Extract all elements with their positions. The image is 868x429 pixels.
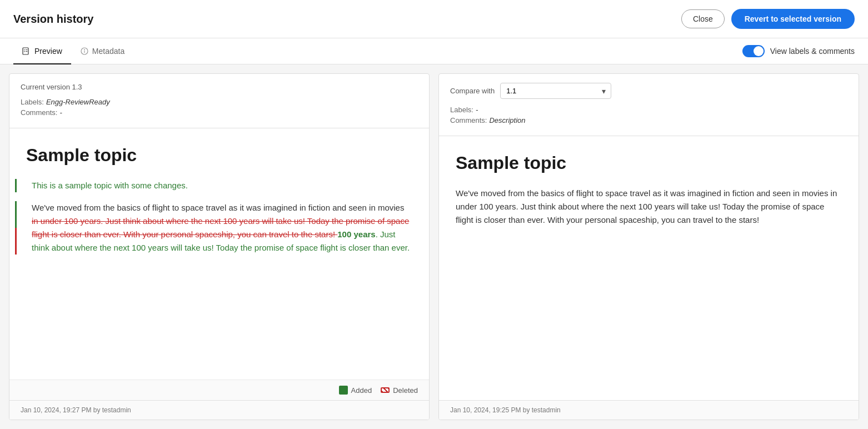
right-panel-comments-row: Comments: Description bbox=[450, 116, 847, 124]
svg-rect-1 bbox=[24, 49, 25, 51]
right-labels-label: Labels: bbox=[450, 106, 473, 114]
header-actions: Close Revert to selected version bbox=[681, 9, 855, 29]
added-bar-indicator bbox=[15, 179, 17, 192]
legend-deleted: Deleted bbox=[381, 386, 418, 395]
right-comments-value: Description bbox=[489, 116, 525, 124]
added-bold-text: 100 years bbox=[337, 230, 375, 239]
tabs-list: Preview Metadata bbox=[13, 38, 133, 64]
left-doc-content: Sample topic This is a sample topic with… bbox=[9, 128, 429, 380]
left-paragraph-added: This is a sample topic with some changes… bbox=[26, 179, 412, 192]
compare-with-label: Compare with bbox=[450, 87, 495, 95]
header: Version history Close Revert to selected… bbox=[0, 0, 868, 38]
right-comments-label: Comments: bbox=[450, 116, 487, 124]
right-panel-labels-row: Labels: - bbox=[450, 106, 847, 114]
left-panel-version: Current version 1.3 bbox=[21, 83, 418, 91]
view-labels-toggle[interactable] bbox=[742, 45, 765, 57]
tab-metadata-label: Metadata bbox=[92, 47, 124, 56]
right-timestamp: Jan 10, 2024, 19:25 PM by testadmin bbox=[450, 406, 561, 414]
page-title: Version history bbox=[13, 13, 94, 26]
deleted-bar-mixed bbox=[15, 228, 17, 255]
left-panel-labels-row: Labels: Engg-ReviewReady bbox=[21, 98, 418, 106]
main-content: Current version 1.3 Labels: Engg-ReviewR… bbox=[0, 64, 868, 429]
left-comments-label: Comments: bbox=[21, 108, 57, 117]
preview-icon bbox=[22, 47, 31, 56]
close-button[interactable]: Close bbox=[681, 9, 725, 28]
right-doc-title: Sample topic bbox=[456, 153, 842, 173]
added-text: This is a sample topic with some changes… bbox=[32, 181, 188, 190]
svg-rect-0 bbox=[23, 48, 28, 54]
legend-added: Added bbox=[339, 386, 372, 395]
left-doc-title: Sample topic bbox=[26, 145, 412, 166]
right-paragraph: We've moved from the basics of flight to… bbox=[456, 187, 842, 227]
compare-with-row: Compare with 1.1 1.2 1.0 bbox=[450, 83, 847, 99]
tab-metadata[interactable]: Metadata bbox=[71, 39, 133, 64]
revert-button[interactable]: Revert to selected version bbox=[731, 9, 855, 29]
legend-added-icon bbox=[339, 386, 348, 395]
left-timestamp: Jan 10, 2024, 19:27 PM by testadmin bbox=[21, 406, 131, 414]
right-doc-content: Sample topic We've moved from the basics… bbox=[439, 136, 859, 400]
right-panel-meta: Compare with 1.1 1.2 1.0 Labels: - Comme… bbox=[439, 74, 859, 136]
view-labels-toggle-area: View labels & comments bbox=[742, 45, 855, 57]
left-labels-label: Labels: bbox=[21, 98, 44, 106]
compare-version-select-wrapper: 1.1 1.2 1.0 bbox=[500, 83, 611, 99]
right-panel-footer: Jan 10, 2024, 19:25 PM by testadmin bbox=[439, 400, 859, 420]
svg-point-6 bbox=[84, 49, 85, 51]
legend: Added Deleted bbox=[9, 380, 429, 400]
tab-preview[interactable]: Preview bbox=[13, 39, 71, 64]
tab-preview-label: Preview bbox=[34, 47, 62, 56]
left-panel: Current version 1.3 Labels: Engg-ReviewR… bbox=[9, 73, 430, 420]
right-paragraph-text: We've moved from the basics of flight to… bbox=[456, 188, 837, 225]
right-labels-value: - bbox=[476, 106, 478, 114]
left-panel-meta: Current version 1.3 Labels: Engg-ReviewR… bbox=[9, 74, 429, 128]
metadata-icon bbox=[80, 47, 89, 56]
left-labels-value: Engg-ReviewReady bbox=[46, 98, 110, 106]
mixed-text-before: We've moved from the basics of flight to… bbox=[32, 203, 404, 212]
left-comments-value: - bbox=[59, 108, 62, 117]
tabs-bar: Preview Metadata View labels & comments bbox=[0, 38, 868, 64]
svg-rect-3 bbox=[24, 51, 25, 52]
left-panel-footer: Jan 10, 2024, 19:27 PM by testadmin bbox=[9, 400, 429, 420]
left-paragraph-mixed: We've moved from the basics of flight to… bbox=[26, 201, 412, 255]
left-panel-comments-row: Comments: - bbox=[21, 108, 418, 117]
legend-added-label: Added bbox=[351, 386, 372, 395]
view-labels-label: View labels & comments bbox=[770, 47, 855, 56]
compare-version-select[interactable]: 1.1 1.2 1.0 bbox=[500, 83, 611, 99]
right-panel: Compare with 1.1 1.2 1.0 Labels: - Comme… bbox=[438, 73, 859, 420]
legend-deleted-label: Deleted bbox=[393, 386, 418, 395]
legend-deleted-icon bbox=[381, 387, 390, 393]
added-bar-mixed bbox=[15, 201, 17, 228]
